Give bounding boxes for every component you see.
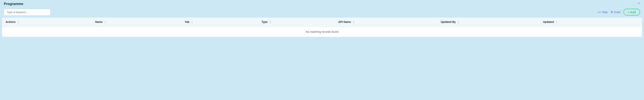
col-header-type[interactable]: Type ▲▼ — [258, 18, 335, 26]
col-actions-label: Actions — [6, 20, 16, 24]
col-updated-label: Updated — [543, 20, 554, 24]
order-label: Order — [614, 11, 621, 14]
page-wrapper: Programme ⌃ Tabs ⇅ Order + Add — [0, 0, 644, 37]
toolbar: Tabs ⇅ Order + Add — [0, 8, 644, 18]
toolbar-right: Tabs ⇅ Order + Add — [598, 9, 640, 16]
sort-arrows-updated[interactable]: ▲▼ — [556, 20, 557, 24]
sort-arrows-type[interactable]: ▲▼ — [270, 20, 271, 24]
tabs-button[interactable]: Tabs — [598, 11, 608, 14]
add-label: + Add — [628, 10, 636, 14]
col-header-apiname[interactable]: API Name ▲▼ — [335, 18, 437, 26]
sort-arrows-tab[interactable]: ▲▼ — [191, 20, 193, 24]
sort-arrows-actions[interactable]: ▲▼ — [18, 20, 19, 24]
table-container: Actions ▲▼ Name ▲▼ Tab ▲▼ Type ▲▼ — [2, 18, 642, 37]
search-input[interactable] — [4, 9, 50, 16]
page-title: Programme — [4, 2, 23, 6]
tabs-dots-icon — [598, 12, 601, 12]
table-header-row: Actions ▲▼ Name ▲▼ Tab ▲▼ Type ▲▼ — [2, 18, 642, 26]
data-table: Actions ▲▼ Name ▲▼ Tab ▲▼ Type ▲▼ — [2, 18, 642, 37]
order-button[interactable]: ⇅ Order — [610, 10, 621, 14]
table-body: No matching records found — [2, 26, 642, 37]
add-button[interactable]: + Add — [624, 9, 640, 16]
order-icon: ⇅ — [610, 10, 613, 14]
col-tab-label: Tab — [185, 20, 190, 24]
col-header-updatedby[interactable]: Updated By ▲▼ — [437, 18, 540, 26]
col-apiname-label: API Name — [338, 20, 351, 24]
col-header-tab[interactable]: Tab ▲▼ — [181, 18, 258, 26]
header-bar: Programme ⌃ — [0, 0, 644, 8]
sort-arrows-name[interactable]: ▲▼ — [104, 20, 106, 24]
no-records-message: No matching records found — [306, 30, 338, 33]
sort-arrows-updatedby[interactable]: ▲▼ — [458, 20, 459, 24]
empty-row: No matching records found — [2, 26, 642, 37]
col-header-updated[interactable]: Updated ▲▼ — [540, 18, 642, 26]
col-name-label: Name — [95, 20, 102, 24]
collapse-icon[interactable]: ⌃ — [638, 2, 640, 6]
col-header-name[interactable]: Name ▲▼ — [92, 18, 181, 26]
col-updatedby-label: Updated By — [441, 20, 456, 24]
tabs-label: Tabs — [602, 11, 608, 14]
col-header-actions[interactable]: Actions ▲▼ — [2, 18, 92, 26]
sort-arrows-apiname[interactable]: ▲▼ — [353, 20, 354, 24]
col-type-label: Type — [262, 20, 268, 24]
